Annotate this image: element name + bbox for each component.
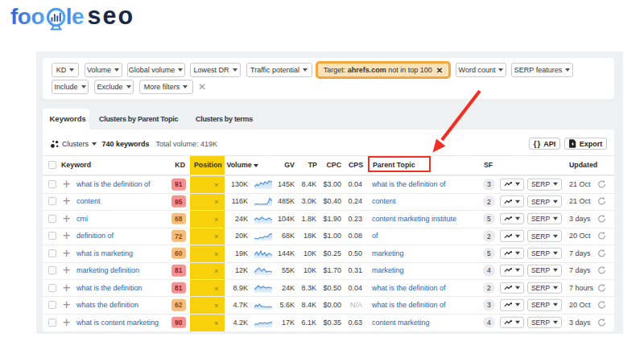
svg-text:foo: foo (10, 4, 44, 29)
svg-text:seo: seo (88, 4, 135, 29)
svg-text:le: le (66, 4, 84, 29)
